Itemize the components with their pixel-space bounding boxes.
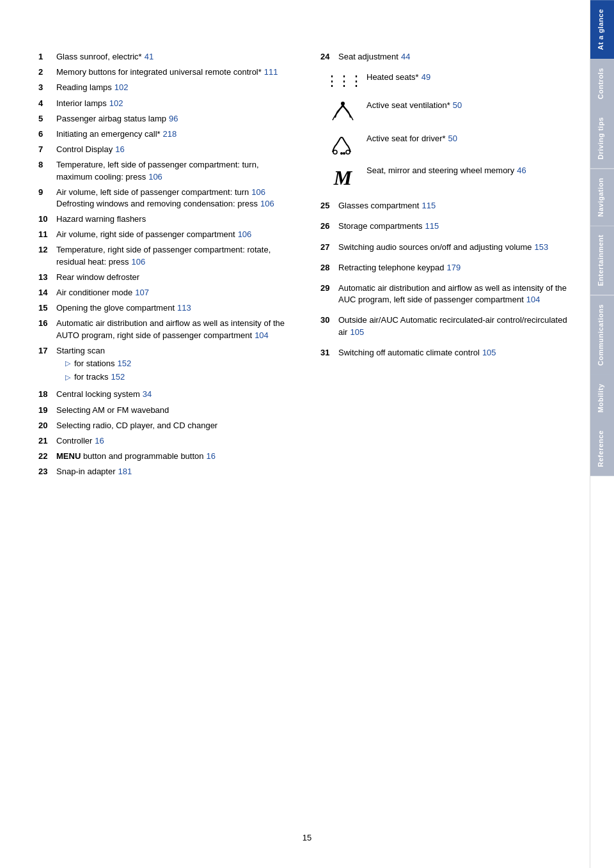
list-item: 21 Controller16: [38, 435, 288, 447]
svg-point-4: [343, 152, 345, 155]
svg-point-2: [346, 150, 350, 154]
sidebar-tab-reference[interactable]: Reference: [590, 421, 615, 476]
vent-seat-icon: [327, 100, 359, 123]
driver-seat-icon: [327, 134, 359, 155]
list-item: 18 Central locking system34: [38, 389, 288, 400]
page-number: 15: [303, 833, 311, 842]
icon-item-memory: M Seat, mirror and steering wheel memory…: [320, 165, 571, 190]
sidebar-tab-entertainment[interactable]: Entertainment: [590, 226, 615, 295]
list-item: 26 Storage compartments115: [320, 221, 571, 232]
list-item: 2 Memory buttons for integrated universa…: [38, 66, 288, 78]
heated-seat-icon: ⋮⋮⋮: [327, 73, 359, 89]
list-item: 11 Air volume, right side of passenger c…: [38, 229, 288, 240]
list-item: 17 Starting scan ▷ for stations152 ▷ for…: [38, 345, 288, 385]
sidebar-tab-at-a-glance[interactable]: At a glance: [590, 0, 615, 59]
list-item: 8 Temperature, left side of passenger co…: [38, 159, 288, 182]
sub-item: ▷ for tracks152: [65, 371, 288, 383]
list-item: 28 Retracting telephone keypad179: [320, 262, 571, 274]
list-item: 4 Interior lamps102: [38, 98, 288, 109]
list-item: 13 Rear window defroster: [38, 272, 288, 283]
list-item: 24 Seat adjustment44: [320, 51, 571, 63]
sidebar-tab-navigation[interactable]: Navigation: [590, 169, 615, 226]
sidebar-tab-mobility[interactable]: Mobility: [590, 375, 615, 422]
icon-item-active-seat-driver: Active seat for driver*50: [320, 133, 571, 155]
arrow-icon: ▷: [65, 373, 70, 382]
list-item: 19 Selecting AM or FM waveband: [38, 405, 288, 416]
list-item: 29 Automatic air distribution and airflo…: [320, 283, 571, 306]
list-item: 14 Air conditioner mode107: [38, 287, 288, 298]
left-column: 1 Glass sunroof, electric*41 2 Memory bu…: [38, 51, 301, 842]
list-item: 16 Automatic air distribution and airflo…: [38, 318, 288, 341]
sidebar-tab-driving-tips[interactable]: Driving tips: [590, 108, 615, 169]
list-item: 30 Outside air/AUC Automatic recirculate…: [320, 314, 571, 337]
list-item: 3 Reading lamps102: [38, 82, 288, 93]
list-item: 7 Control Display16: [38, 144, 288, 155]
list-item: 23 Snap-in adapter181: [38, 466, 288, 477]
list-item: 9 Air volume, left side of passenger com…: [38, 187, 288, 210]
list-item: 1 Glass sunroof, electric*41: [38, 51, 288, 63]
list-item: 22 MENU button and programmable button16: [38, 451, 288, 462]
list-item: 6 Initiating an emergency call*218: [38, 128, 288, 140]
sidebar: At a glance Controls Driving tips Naviga…: [590, 0, 614, 868]
list-item: 27 Switching audio sources on/off and ad…: [320, 242, 571, 253]
right-column: 24 Seat adjustment44 ⋮⋮⋮ Heated seats*49: [314, 51, 571, 842]
list-item: 15 Opening the glove compartment113: [38, 302, 288, 314]
svg-point-0: [341, 102, 345, 105]
list-item: 20 Selecting radio, CD player, and CD ch…: [38, 420, 288, 431]
icon-item-seat-ventilation: Active seat ventilation*50: [320, 100, 571, 123]
sub-item: ▷ for stations152: [65, 358, 288, 369]
list-item: 31 Switching off automatic climate contr…: [320, 347, 571, 359]
memory-m-icon: M: [327, 166, 359, 190]
svg-point-3: [340, 152, 343, 155]
list-item: 12 Temperature, right side of passenger …: [38, 244, 288, 267]
list-item: 5 Passenger airbag status lamp96: [38, 113, 288, 125]
list-item: 25 Glasses compartment115: [320, 200, 571, 212]
arrow-icon: ▷: [65, 359, 70, 368]
svg-point-1: [333, 150, 337, 154]
list-item: 10 Hazard warning flashers: [38, 213, 288, 225]
sidebar-tab-communications[interactable]: Communications: [590, 295, 615, 375]
icon-item-heated-seats: ⋮⋮⋮ Heated seats*49: [320, 72, 571, 89]
sidebar-tab-controls[interactable]: Controls: [590, 59, 615, 108]
